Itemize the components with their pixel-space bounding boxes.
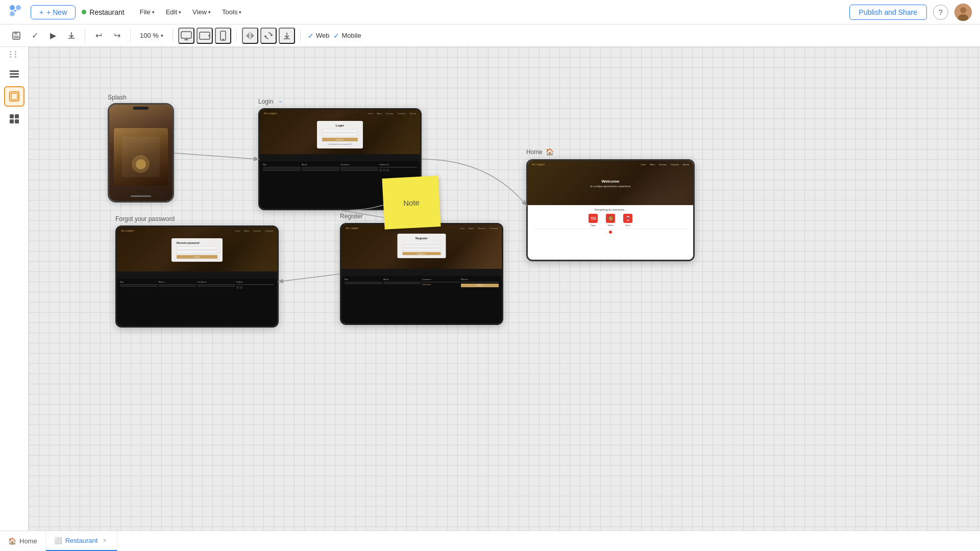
menu-tools[interactable]: Tools ▾ bbox=[217, 6, 247, 18]
export-button[interactable] bbox=[63, 28, 80, 44]
save-button[interactable] bbox=[8, 28, 24, 44]
new-button-label: + New bbox=[46, 8, 67, 16]
left-sidebar bbox=[0, 47, 29, 531]
sidebar-components-button[interactable] bbox=[4, 109, 24, 129]
publish-share-button[interactable]: Publish and Share bbox=[849, 5, 927, 20]
close-tab-button[interactable]: × bbox=[101, 537, 109, 545]
login-link-icon: → bbox=[277, 98, 283, 105]
svg-rect-21 bbox=[15, 114, 19, 118]
svg-rect-8 bbox=[14, 36, 19, 38]
svg-rect-15 bbox=[10, 70, 19, 72]
plus-icon: + bbox=[39, 8, 43, 16]
tab-home[interactable]: 🏠 Home bbox=[0, 531, 46, 551]
splash-label: Splash bbox=[108, 94, 127, 101]
svg-point-2 bbox=[10, 11, 15, 16]
bottom-bar: 🏠 Home ⬜ Restaurant × bbox=[0, 531, 980, 551]
home-icon: 🏠 bbox=[546, 148, 554, 156]
canvas[interactable]: Splash Login → bbox=[29, 47, 980, 531]
register-label: Register bbox=[340, 213, 363, 220]
separator bbox=[85, 30, 85, 42]
svg-point-11 bbox=[208, 35, 209, 36]
svg-rect-16 bbox=[10, 73, 19, 75]
status-dot bbox=[82, 10, 86, 14]
svg-point-0 bbox=[10, 5, 15, 10]
help-button[interactable]: ? bbox=[933, 5, 948, 20]
avatar[interactable] bbox=[954, 4, 972, 21]
new-button[interactable]: + + New bbox=[31, 5, 76, 19]
menu-view[interactable]: View ▾ bbox=[187, 6, 216, 18]
tab-restaurant[interactable]: ⬜ Restaurant × bbox=[46, 531, 118, 551]
screen-tab-icon: ⬜ bbox=[54, 537, 62, 544]
menu-edit[interactable]: Edit ▾ bbox=[161, 6, 186, 18]
rotate-button[interactable] bbox=[260, 28, 277, 44]
home-screen[interactable]: Welcome to a unique gastronomic experien… bbox=[526, 159, 695, 261]
tablet-landscape-button[interactable] bbox=[197, 28, 213, 44]
svg-line-26 bbox=[279, 274, 340, 282]
mirror-button[interactable] bbox=[242, 28, 258, 44]
drag-handle bbox=[10, 51, 19, 58]
undo-button[interactable]: ↩ bbox=[90, 28, 107, 44]
toolbar: ✓ ▶ ↩ ↪ 100 % ▾ ✓ Web ✓ Mobile bbox=[0, 24, 980, 47]
svg-rect-9 bbox=[181, 32, 191, 38]
play-button[interactable]: ▶ bbox=[45, 28, 61, 44]
navbar: + + New Restaurant File ▾ Edit ▾ View ▾ … bbox=[0, 0, 980, 24]
zoom-control[interactable]: 100 % ▾ bbox=[136, 30, 167, 41]
separator bbox=[173, 30, 173, 42]
chevron-down-icon: ▾ bbox=[239, 10, 241, 15]
svg-point-4 bbox=[960, 7, 966, 13]
web-toggle[interactable]: ✓ Web bbox=[308, 32, 330, 40]
svg-rect-19 bbox=[11, 93, 17, 99]
register-screen[interactable]: Au Lagos Inicio Menu Eventos Contacto Re… bbox=[340, 223, 503, 325]
svg-rect-20 bbox=[10, 114, 14, 118]
project-name: Restaurant bbox=[82, 8, 124, 16]
svg-line-24 bbox=[174, 153, 258, 159]
separator bbox=[236, 30, 237, 42]
separator bbox=[130, 30, 131, 42]
mobile-toggle[interactable]: ✓ Mobile bbox=[333, 32, 361, 40]
chevron-down-icon: ▾ bbox=[161, 33, 163, 38]
menu-file[interactable]: File ▾ bbox=[135, 6, 160, 18]
sidebar-screens-button[interactable] bbox=[4, 86, 24, 107]
web-mobile-toggle: ✓ Web ✓ Mobile bbox=[308, 32, 361, 40]
sticky-note[interactable]: Note bbox=[382, 176, 440, 230]
forgot-screen[interactable]: Au Lagos Inicio Menu Eventos Contacto Re… bbox=[115, 226, 279, 328]
login-label: Login → bbox=[258, 98, 283, 105]
svg-rect-17 bbox=[10, 76, 19, 78]
chevron-down-icon: ▾ bbox=[208, 10, 211, 15]
svg-point-1 bbox=[16, 5, 21, 10]
home-label: Home 🏠 bbox=[526, 148, 554, 156]
logo-icon bbox=[8, 4, 22, 21]
check-button[interactable]: ✓ bbox=[27, 28, 43, 44]
svg-rect-7 bbox=[14, 32, 17, 35]
svg-rect-22 bbox=[10, 119, 14, 123]
splash-screen[interactable] bbox=[108, 103, 174, 203]
redo-button[interactable]: ↪ bbox=[109, 28, 125, 44]
nav-menus: File ▾ Edit ▾ View ▾ Tools ▾ bbox=[135, 6, 247, 18]
home-tab-icon: 🏠 bbox=[8, 537, 16, 545]
phone-view-button[interactable] bbox=[215, 28, 231, 44]
chevron-down-icon: ▾ bbox=[179, 10, 181, 15]
download-button[interactable] bbox=[279, 28, 295, 44]
svg-rect-23 bbox=[15, 119, 19, 123]
forgot-label: Forgot your password bbox=[115, 215, 175, 222]
chevron-down-icon: ▾ bbox=[152, 10, 155, 15]
separator bbox=[300, 30, 301, 42]
avatar-image bbox=[954, 4, 972, 21]
desktop-view-button[interactable] bbox=[178, 28, 194, 44]
sidebar-layers-button[interactable] bbox=[4, 64, 24, 84]
